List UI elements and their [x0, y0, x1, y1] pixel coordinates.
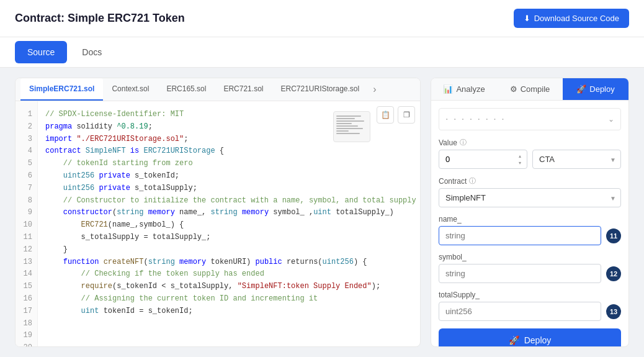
- deploy-btn-label: Deploy: [524, 335, 552, 345]
- value-decrement-button[interactable]: ▾: [515, 160, 525, 166]
- collapsed-section[interactable]: · · · · · · · · ⌄: [439, 108, 621, 130]
- code-tools: 📋 ❐: [377, 106, 415, 124]
- top-tabs: Source Docs: [0, 37, 644, 68]
- contract-group: Contract ⓘ SimpleNFT ▼: [439, 176, 621, 207]
- name-input[interactable]: [439, 226, 601, 245]
- main-area: SimpleERC721.sol Context.sol ERC165.sol …: [0, 68, 644, 357]
- totalsupply-label: totalSupply_: [439, 291, 601, 299]
- collapse-chevron-icon: ⌄: [608, 115, 614, 124]
- download-icon: ⬇: [524, 14, 530, 23]
- currency-select[interactable]: CTA ETH WEI: [532, 150, 621, 169]
- contract-info-icon: ⓘ: [469, 176, 476, 186]
- code-area: 12345 678910 1112131415 1617181920 21222…: [16, 101, 420, 346]
- file-tab-context[interactable]: Context.sol: [103, 78, 158, 101]
- currency-select-wrap: CTA ETH WEI ▼: [532, 150, 621, 169]
- tab-source[interactable]: Source: [15, 41, 67, 63]
- contract-select[interactable]: SimpleNFT: [439, 188, 621, 207]
- file-tab-more[interactable]: ›: [368, 84, 381, 95]
- panel-tabs: 📊 Analyze ⚙ Compile 🚀 Deploy: [431, 78, 628, 101]
- page-title: Contract: Simple ERC721 Token: [15, 12, 185, 25]
- deploy-rocket-icon: 🚀: [509, 335, 519, 345]
- symbol-label: symbol_: [439, 253, 601, 261]
- analyze-icon: 📊: [443, 84, 453, 94]
- symbol-field-content: symbol_: [439, 253, 601, 283]
- panel-content: · · · · · · · · ⌄ Value ⓘ ▴ ▾: [431, 101, 628, 346]
- value-row: ▴ ▾ CTA ETH WEI ▼: [439, 150, 621, 169]
- tab-analyze[interactable]: 📊 Analyze: [431, 78, 497, 100]
- line-numbers: 12345 678910 1112131415 1617181920 21222…: [16, 101, 38, 346]
- value-input-wrap: ▴ ▾: [439, 150, 527, 169]
- value-increment-button[interactable]: ▴: [515, 153, 525, 159]
- compile-icon: ⚙: [510, 84, 517, 94]
- deploy-button[interactable]: 🚀 Deploy: [439, 328, 621, 346]
- name-label: name_: [439, 215, 601, 224]
- value-spinners: ▴ ▾: [515, 153, 525, 166]
- code-panel: SimpleERC721.sol Context.sol ERC165.sol …: [15, 78, 421, 347]
- app-container: Contract: Simple ERC721 Token ⬇ Download…: [0, 0, 644, 357]
- totalsupply-field-row: totalSupply_ 13: [439, 291, 621, 321]
- header: Contract: Simple ERC721 Token ⬇ Download…: [0, 0, 644, 37]
- totalsupply-badge: 13: [606, 304, 621, 319]
- file-tab-erc721uristorage[interactable]: ERC721URIStorage.sol: [272, 78, 368, 101]
- copy-code-button[interactable]: 📋: [377, 106, 394, 124]
- file-tab-erc165[interactable]: ERC165.sol: [158, 78, 215, 101]
- value-input[interactable]: [439, 150, 527, 169]
- collapsed-dots: · · · · · · · ·: [445, 114, 506, 125]
- download-btn-label: Download Source Code: [534, 14, 619, 23]
- tab-deploy[interactable]: 🚀 Deploy: [563, 78, 628, 100]
- symbol-field-row: symbol_ 12: [439, 253, 621, 283]
- file-tab-simpleerc721[interactable]: SimpleERC721.sol: [20, 78, 103, 101]
- totalsupply-field-content: totalSupply_: [439, 291, 601, 321]
- name-field-row: name_ 11: [439, 215, 621, 245]
- contract-label: Contract ⓘ: [439, 176, 621, 186]
- symbol-input[interactable]: [439, 264, 601, 283]
- name-field-content: name_: [439, 215, 601, 245]
- name-badge: 11: [606, 228, 621, 243]
- right-panel: 📊 Analyze ⚙ Compile 🚀 Deploy · · · · · ·…: [431, 78, 629, 347]
- code-preview-thumbnail: [333, 111, 370, 142]
- contract-select-wrap: SimpleNFT ▼: [439, 188, 621, 207]
- tab-docs[interactable]: Docs: [69, 37, 114, 67]
- download-source-button[interactable]: ⬇ Download Source Code: [514, 9, 629, 28]
- value-label: Value ⓘ: [439, 138, 621, 147]
- file-tabs: SimpleERC721.sol Context.sol ERC165.sol …: [16, 78, 420, 101]
- tab-compile[interactable]: ⚙ Compile: [497, 78, 563, 100]
- symbol-badge: 12: [606, 266, 621, 281]
- file-tab-erc721[interactable]: ERC721.sol: [215, 78, 272, 101]
- value-info-icon: ⓘ: [460, 138, 467, 147]
- totalsupply-input[interactable]: [439, 302, 601, 321]
- deploy-icon: 🚀: [576, 84, 586, 94]
- value-group: Value ⓘ ▴ ▾ CTA: [439, 138, 621, 169]
- expand-code-button[interactable]: ❐: [398, 106, 415, 124]
